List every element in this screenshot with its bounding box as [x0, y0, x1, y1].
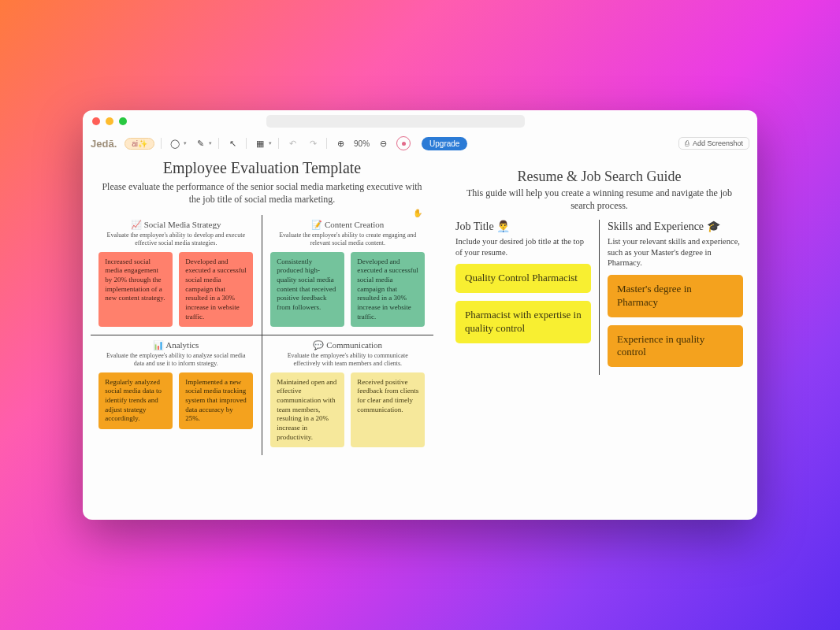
guide-column: Skills and Experience 🎓List your relevan… — [600, 220, 751, 375]
window-titlebar — [83, 110, 757, 132]
target-icon[interactable] — [396, 136, 411, 150]
grid-tool-icon[interactable]: ▦ — [253, 136, 267, 150]
toolbar: Jedā. ai✨ ◯▾ ✎▾ ↖ ▦▾ ↶ ↷ ⊕ 90% ⊖ Upgrade… — [83, 132, 757, 154]
shape-circle-tool-icon[interactable]: ◯ — [168, 136, 182, 150]
page-subtitle: Please evaluate the performance of the s… — [102, 181, 422, 205]
column-description: List your relevant skills and experience… — [608, 236, 743, 269]
chevron-down-icon: ▾ — [209, 140, 212, 146]
undo-icon[interactable]: ↶ — [285, 136, 299, 150]
url-bar[interactable] — [266, 115, 525, 128]
guide-title: Resume & Job Search Guide — [441, 169, 757, 185]
sticky-note[interactable]: Maintained open and effective communicat… — [270, 372, 344, 448]
page-subtitle-wrap: Please evaluate the performance of the s… — [91, 180, 433, 206]
guide-columns: Job Title 👨‍💼Include your desired job ti… — [441, 220, 757, 375]
sticky-note[interactable]: Quality Control Pharmacist — [455, 264, 591, 293]
canvas[interactable]: Employee Evaluation Template Please eval… — [83, 154, 757, 520]
divider — [278, 138, 279, 149]
column-title: Skills and Experience 🎓 — [608, 220, 743, 234]
pen-tool-icon[interactable]: ✎ — [193, 136, 207, 150]
card-row: Regularly analyzed social media data to … — [97, 372, 255, 429]
app-window: Jedā. ai✨ ◯▾ ✎▾ ↖ ▦▾ ↶ ↷ ⊕ 90% ⊖ Upgrade… — [83, 110, 757, 520]
quadrant-title: 📝 Content Creation — [269, 220, 428, 230]
evaluation-grid: 📈 Social Media StrategyEvaluate the empl… — [91, 215, 433, 455]
add-screenshot-label: Add Screenshot — [693, 139, 743, 147]
quadrant-subtitle: Evaluate the employee's ability to commu… — [275, 352, 422, 367]
sticky-note[interactable]: Consistently produced high-quality socia… — [270, 252, 344, 328]
column-title: Job Title 👨‍💼 — [455, 220, 591, 234]
upgrade-button[interactable]: Upgrade — [422, 137, 467, 150]
chevron-down-icon: ▾ — [184, 140, 187, 146]
card-row: Consistently produced high-quality socia… — [269, 252, 428, 328]
window-minimize-button[interactable] — [106, 117, 113, 125]
add-screenshot-button[interactable]: ⎙ Add Screenshot — [678, 137, 749, 150]
page-title: Employee Evaluation Template — [91, 159, 433, 177]
quadrant: 📊 AnalyticsEvaluate the employee's abili… — [91, 335, 262, 455]
card-row: Maintained open and effective communicat… — [269, 372, 428, 448]
chevron-down-icon: ▾ — [269, 140, 272, 146]
redo-icon[interactable]: ↷ — [306, 136, 320, 150]
sticky-note[interactable]: Increased social media engagement by 20%… — [98, 252, 173, 328]
employee-evaluation-panel: Employee Evaluation Template Please eval… — [83, 154, 441, 520]
divider — [246, 138, 247, 149]
hand-cursor-icon: ✋ — [413, 208, 422, 219]
guide-column: Job Title 👨‍💼Include your desired job ti… — [448, 220, 600, 375]
sticky-note[interactable]: Experience in quality control — [608, 325, 743, 368]
quadrant-subtitle: Evaluate the employee's ability to creat… — [275, 232, 422, 246]
zoom-level[interactable]: 90% — [354, 139, 370, 148]
sticky-note[interactable]: Regularly analyzed social media data to … — [98, 372, 173, 429]
window-maximize-button[interactable] — [119, 117, 127, 125]
cursor-tool-icon[interactable]: ↖ — [225, 136, 240, 150]
window-close-button[interactable] — [92, 117, 100, 125]
quadrant-title: 💬 Communication — [269, 340, 428, 350]
sticky-note[interactable]: Implemented a new social media tracking … — [179, 372, 253, 429]
quadrant: 📈 Social Media StrategyEvaluate the empl… — [91, 215, 262, 335]
card-row: Increased social media engagement by 20%… — [97, 252, 255, 328]
sticky-note[interactable]: Developed and executed a successful soci… — [179, 252, 253, 328]
quadrant-title: 📊 Analytics — [97, 340, 255, 350]
ai-pill[interactable]: ai✨ — [125, 138, 154, 150]
column-description: Include your desired job title at the to… — [455, 236, 591, 258]
quadrant-subtitle: Evaluate the employee's ability to devel… — [103, 232, 249, 246]
app-logo: Jedā. — [91, 138, 117, 150]
sticky-note[interactable]: Pharmacist with expertise in quality con… — [455, 301, 591, 343]
zoom-out-icon[interactable]: ⊖ — [376, 136, 390, 150]
divider — [326, 138, 327, 149]
divider — [218, 138, 219, 149]
quadrant-subtitle: Evaluate the employee's ability to analy… — [103, 352, 249, 367]
guide-subtitle: This guide will help you create a winnin… — [441, 185, 757, 212]
resume-guide-panel: Resume & Job Search Guide This guide wil… — [441, 154, 757, 520]
sticky-note[interactable]: Received positive feedback from clients … — [351, 372, 425, 448]
quadrant-title: 📈 Social Media Strategy — [97, 220, 255, 230]
quadrant: 💬 CommunicationEvaluate the employee's a… — [262, 335, 434, 455]
image-icon: ⎙ — [685, 139, 689, 147]
sticky-note[interactable]: Master's degree in Pharmacy — [608, 275, 743, 317]
quadrant: 📝 Content CreationEvaluate the employee'… — [262, 215, 434, 335]
zoom-in-icon[interactable]: ⊕ — [333, 136, 348, 150]
divider — [161, 138, 162, 149]
sticky-note[interactable]: Developed and executed a successful soci… — [351, 252, 425, 328]
